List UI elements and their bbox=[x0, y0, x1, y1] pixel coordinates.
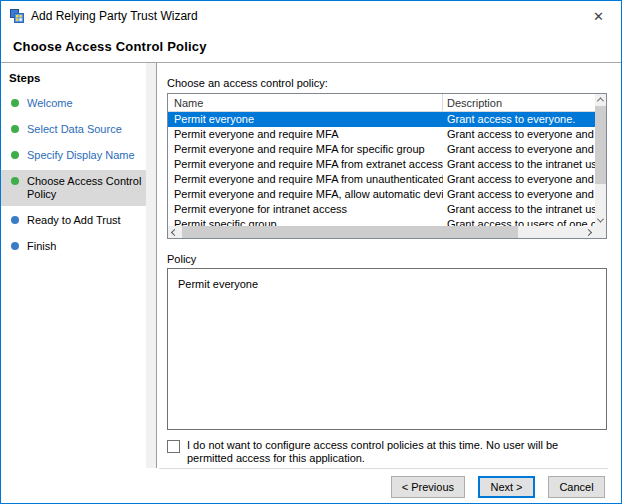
cancel-button[interactable]: Cancel bbox=[548, 476, 605, 498]
page-title: Choose Access Control Policy bbox=[13, 39, 207, 54]
policy-name-cell: Permit everyone and require MFA from una… bbox=[168, 172, 443, 187]
step-label: Finish bbox=[27, 240, 56, 253]
page-header: Choose Access Control Policy bbox=[1, 31, 621, 63]
policy-row[interactable]: Permit everyone Grant access to everyone… bbox=[168, 112, 595, 127]
policy-row[interactable]: Permit everyone and require MFA from ext… bbox=[168, 157, 595, 172]
scroll-down-icon[interactable] bbox=[595, 215, 606, 226]
wizard-window: Add Relying Party Trust Wizard ✕ Choose … bbox=[0, 0, 622, 504]
step-label: Select Data Source bbox=[27, 123, 122, 136]
policy-row[interactable]: Permit everyone and require MFA for spec… bbox=[168, 142, 595, 157]
vertical-scroll-thumb[interactable] bbox=[595, 106, 606, 184]
list-header: Name Description bbox=[168, 94, 595, 112]
step-status-bullet-icon bbox=[11, 242, 19, 250]
skip-policy-option: I do not want to configure access contro… bbox=[167, 439, 607, 465]
column-header-name[interactable]: Name bbox=[168, 94, 443, 112]
policy-description-cell: Grant access to everyone and require bbox=[443, 172, 595, 187]
list-rows: Permit everyone Grant access to everyone… bbox=[168, 112, 595, 226]
policy-name-cell: Permit everyone and require MFA for spec… bbox=[168, 142, 443, 157]
policy-description-text: Permit everyone bbox=[178, 278, 258, 290]
scroll-up-icon[interactable] bbox=[595, 94, 606, 105]
policy-name-cell: Permit everyone and require MFA from ext… bbox=[168, 157, 443, 172]
policy-row[interactable]: Permit everyone and require MFA from una… bbox=[168, 172, 595, 187]
sidebar-step-item[interactable]: Ready to Add Trust bbox=[1, 209, 146, 232]
policy-row[interactable]: Permit everyone and require MFA, allow a… bbox=[168, 187, 595, 202]
step-status-bullet-icon bbox=[11, 177, 19, 185]
close-button[interactable]: ✕ bbox=[576, 1, 621, 31]
steps-title: Steps bbox=[1, 68, 146, 92]
scroll-left-icon[interactable] bbox=[168, 226, 181, 238]
step-status-bullet-icon bbox=[11, 216, 19, 224]
vertical-scrollbar[interactable] bbox=[595, 94, 606, 226]
policy-description-cell: Grant access to everyone and require bbox=[443, 187, 595, 202]
sidebar-gutter bbox=[146, 63, 156, 469]
sidebar-step-item[interactable]: Finish bbox=[1, 235, 146, 258]
footer: < Previous Next > Cancel bbox=[1, 468, 621, 503]
skip-policy-checkbox-label[interactable]: I do not want to configure access contro… bbox=[187, 439, 607, 465]
scrollbar-corner bbox=[595, 226, 606, 238]
window-title: Add Relying Party Trust Wizard bbox=[31, 9, 198, 23]
step-label: Welcome bbox=[27, 97, 73, 110]
next-button[interactable]: Next > bbox=[478, 476, 535, 498]
policy-description-cell: Grant access to the intranet users. bbox=[443, 202, 595, 217]
column-header-description[interactable]: Description bbox=[443, 94, 595, 112]
scroll-right-icon[interactable] bbox=[582, 226, 595, 238]
horizontal-scrollbar[interactable] bbox=[168, 226, 595, 238]
policy-row[interactable]: Permit everyone for intranet access Gran… bbox=[168, 202, 595, 217]
step-label: Choose Access Control Policy bbox=[27, 175, 142, 201]
policy-section-label: Policy bbox=[167, 253, 607, 265]
sidebar-step-item[interactable]: Select Data Source bbox=[1, 118, 146, 141]
policy-row[interactable]: Permit everyone and require MFA Grant ac… bbox=[168, 127, 595, 142]
step-status-bullet-icon bbox=[11, 125, 19, 133]
title-bar: Add Relying Party Trust Wizard ✕ bbox=[1, 1, 621, 31]
previous-button[interactable]: < Previous bbox=[391, 476, 465, 498]
step-status-bullet-icon bbox=[11, 99, 19, 107]
policy-name-cell: Permit everyone and require MFA, allow a… bbox=[168, 187, 443, 202]
policy-row[interactable]: Permit specific group Grant access to us… bbox=[168, 217, 595, 226]
main-panel: Choose an access control policy: Name De… bbox=[157, 63, 621, 469]
sidebar-step-item[interactable]: Choose Access Control Policy bbox=[1, 170, 146, 206]
horizontal-scroll-thumb[interactable] bbox=[182, 226, 518, 238]
policy-description-cell: Grant access to everyone. bbox=[443, 112, 595, 127]
skip-policy-checkbox[interactable] bbox=[167, 440, 180, 453]
policy-description-cell: Grant access to the intranet users and bbox=[443, 157, 595, 172]
policy-list-label: Choose an access control policy: bbox=[167, 77, 607, 89]
step-label: Ready to Add Trust bbox=[27, 214, 121, 227]
step-label: Specify Display Name bbox=[27, 149, 135, 162]
access-control-policy-list: Name Description Permit everyone Grant a… bbox=[167, 93, 607, 239]
policy-description-box: Permit everyone bbox=[167, 268, 607, 430]
policy-description-cell: Grant access to users of one or more bbox=[443, 217, 595, 226]
policy-name-cell: Permit everyone bbox=[168, 112, 443, 127]
policy-description-cell: Grant access to everyone and require bbox=[443, 127, 595, 142]
policy-name-cell: Permit everyone for intranet access bbox=[168, 202, 443, 217]
adfs-wizard-icon bbox=[9, 8, 25, 24]
sidebar-step-item[interactable]: Specify Display Name bbox=[1, 144, 146, 167]
step-status-bullet-icon bbox=[11, 151, 19, 159]
sidebar-step-item[interactable]: Welcome bbox=[1, 92, 146, 115]
policy-name-cell: Permit everyone and require MFA bbox=[168, 127, 443, 142]
policy-description-cell: Grant access to everyone and require bbox=[443, 142, 595, 157]
policy-name-cell: Permit specific group bbox=[168, 217, 443, 226]
steps-sidebar: Steps Welcome Select Data Source Specify… bbox=[1, 63, 146, 469]
